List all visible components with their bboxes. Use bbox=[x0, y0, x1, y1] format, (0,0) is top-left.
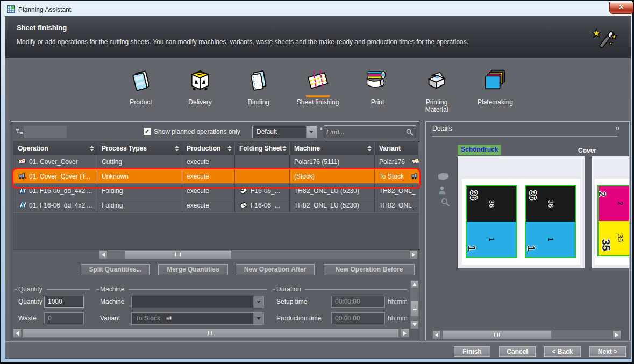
details-title: Details bbox=[432, 125, 452, 132]
platemaking-icon bbox=[483, 68, 508, 92]
pan-tool-icon[interactable] bbox=[437, 172, 451, 184]
machine-select[interactable] bbox=[131, 296, 264, 308]
new-operation-before-button[interactable]: New Operation Before bbox=[324, 264, 415, 275]
chevron-down-icon[interactable] bbox=[253, 296, 263, 308]
step-print[interactable]: Print bbox=[351, 58, 404, 118]
show-planned-label[interactable]: Show planned operations only bbox=[154, 128, 240, 135]
tree-view-icon[interactable] bbox=[15, 128, 24, 134]
page-number-corner: 2 bbox=[599, 192, 607, 197]
page-back: 1 1 bbox=[467, 222, 516, 257]
scroll-down-button[interactable] bbox=[410, 320, 419, 329]
arrow-up-icon bbox=[412, 283, 417, 286]
zoom-tool-icon[interactable] bbox=[440, 197, 450, 209]
step-platemaking[interactable]: Platemaking bbox=[468, 58, 522, 118]
find-box[interactable] bbox=[324, 125, 416, 138]
page-number-corner: 35 bbox=[600, 239, 612, 251]
table-hscrollbar[interactable] bbox=[99, 250, 418, 259]
cancel-button[interactable]: Cancel bbox=[499, 346, 536, 357]
scroll-left-button[interactable] bbox=[99, 250, 108, 259]
search-icon[interactable] bbox=[405, 128, 414, 136]
sheet-finishing-icon bbox=[305, 68, 330, 92]
panel-hscrollbar[interactable] bbox=[13, 329, 409, 338]
scrollbar-thumb[interactable] bbox=[410, 301, 419, 317]
operations-panel: ✓ Show planned operations only Default *… bbox=[11, 121, 419, 340]
scroll-left-button[interactable] bbox=[432, 330, 441, 339]
arrow-right-icon bbox=[615, 333, 618, 337]
step-label: Sheet finishing bbox=[296, 98, 339, 106]
scrollbar-thumb[interactable] bbox=[23, 329, 399, 338]
step-delivery[interactable]: Delivery bbox=[173, 58, 227, 118]
column-header-operation[interactable]: Operation bbox=[13, 142, 97, 155]
sort-icon[interactable] bbox=[367, 146, 372, 151]
setup-time-input[interactable] bbox=[331, 296, 385, 308]
merge-quantities-button[interactable]: Merge Quantities bbox=[158, 264, 228, 275]
production-cell: execute bbox=[182, 198, 235, 212]
sort-icon[interactable] bbox=[227, 146, 232, 151]
column-header-process-types[interactable]: Process Types bbox=[97, 142, 182, 155]
view-preset-select[interactable]: Default bbox=[252, 126, 317, 138]
scrollbar-thumb[interactable] bbox=[124, 250, 232, 259]
variant-select[interactable]: To Stock bbox=[131, 312, 264, 325]
group-selector[interactable] bbox=[24, 126, 67, 138]
machine-cell: (Stock) bbox=[290, 169, 375, 183]
machine-group-title: Machine bbox=[100, 286, 124, 293]
details-hscrollbar[interactable] bbox=[432, 330, 621, 339]
sort-icon[interactable] bbox=[175, 146, 179, 151]
table-row[interactable]: 01. F16-06_dd_4x2 ... Folding execute F1… bbox=[13, 198, 419, 213]
group-line bbox=[129, 289, 267, 290]
column-header-variant[interactable]: Variant bbox=[375, 142, 419, 155]
scroll-up-button[interactable] bbox=[410, 280, 419, 289]
chevron-down-icon[interactable] bbox=[306, 126, 316, 138]
folding-sheet-cell bbox=[235, 155, 290, 169]
quantity-group-title: Quantity bbox=[18, 286, 42, 293]
quantity-input[interactable] bbox=[44, 296, 84, 308]
find-input[interactable] bbox=[325, 127, 404, 138]
page-title: Sheet finishing bbox=[17, 24, 67, 32]
to-stock-icon bbox=[165, 315, 174, 324]
show-planned-checkbox[interactable]: ✓ bbox=[143, 127, 151, 135]
form-vscrollbar[interactable] bbox=[410, 280, 419, 329]
process-type-cell: Cutting bbox=[97, 155, 182, 169]
print-icon bbox=[365, 68, 390, 92]
column-header-production[interactable]: Production bbox=[182, 142, 235, 155]
table-row[interactable]: 01. F16-06_dd_4x2 ... Folding execute F1… bbox=[13, 184, 419, 198]
step-sheet-finishing[interactable]: Sheet finishing bbox=[291, 58, 345, 118]
variant-value: To Stock bbox=[136, 315, 160, 322]
waste-input[interactable] bbox=[44, 312, 84, 324]
step-binding[interactable]: Binding bbox=[232, 58, 286, 118]
arrow-left-icon bbox=[435, 333, 438, 337]
production-time-input[interactable] bbox=[331, 312, 385, 324]
finish-button[interactable]: Finish bbox=[454, 346, 490, 357]
table-row[interactable]: 01. Cover_Cover Cutting execute Polar176… bbox=[13, 155, 419, 169]
step-printing-material[interactable]: Printing Material bbox=[410, 58, 464, 118]
sort-icon[interactable] bbox=[90, 146, 94, 151]
scroll-right-button[interactable] bbox=[612, 330, 621, 339]
next-button[interactable]: Next > bbox=[589, 346, 626, 357]
table-row-selected[interactable]: 01. Cover_Cover (T... Unknown execute (S… bbox=[13, 169, 419, 184]
page-number-corner: 1 bbox=[526, 245, 536, 251]
title-bar[interactable]: Planning Assistant ✕ bbox=[2, 2, 632, 16]
close-button[interactable]: ✕ bbox=[609, 2, 633, 14]
split-quantities-button[interactable]: Split Quantities... bbox=[81, 264, 150, 275]
page-number: 35 bbox=[616, 234, 624, 242]
sort-icon[interactable] bbox=[282, 146, 287, 151]
user-view-icon[interactable] bbox=[438, 186, 446, 196]
step-label: Platemaking bbox=[474, 98, 517, 106]
operation-cell: 01. F16-06_dd_4x2 ... bbox=[13, 198, 97, 212]
new-operation-after-button[interactable]: New Operation After bbox=[236, 264, 315, 275]
machine-cell: TH82_ONL_LU (5230) bbox=[290, 198, 375, 212]
scroll-right-button[interactable] bbox=[409, 250, 418, 259]
process-type-cell: Folding bbox=[97, 198, 182, 212]
column-header-machine[interactable]: Machine bbox=[290, 142, 375, 155]
scroll-left-button[interactable] bbox=[13, 329, 22, 338]
chevron-down-icon[interactable] bbox=[253, 313, 263, 324]
scroll-right-button[interactable] bbox=[401, 329, 409, 338]
collapse-panel-icon[interactable]: » bbox=[615, 123, 619, 132]
scrollbar-thumb[interactable] bbox=[442, 330, 552, 339]
back-button[interactable]: < Back bbox=[544, 346, 581, 357]
setup-time-unit: hh:mm:ss bbox=[388, 298, 408, 305]
cutting-sheet-icon bbox=[18, 158, 26, 167]
step-product[interactable]: Product bbox=[114, 58, 168, 118]
imposed-page: 36 36 1 1 bbox=[466, 185, 517, 258]
column-header-folding-sheet[interactable]: Folding Sheet bbox=[235, 142, 290, 155]
